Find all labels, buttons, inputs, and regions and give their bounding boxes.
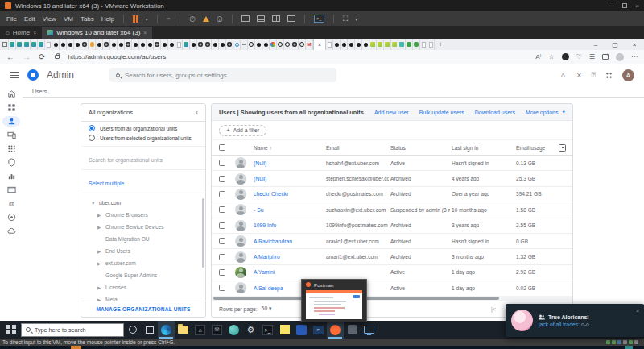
pinned-tab-bell-icon[interactable] (89, 39, 96, 50)
new-tab-button[interactable]: + (435, 39, 446, 50)
sidebar-item-devices[interactable] (2, 130, 20, 140)
pinned-tab-key-icon[interactable] (81, 39, 89, 50)
pinned-tab-leaf-icon[interactable] (391, 39, 398, 50)
pinned-tab-doc-icon[interactable] (175, 39, 183, 50)
org-unit-google-super-admins[interactable]: Google Super Admins (81, 269, 205, 281)
add-new-user-link[interactable]: Add new user (374, 110, 409, 115)
select-multiple-link[interactable]: Select multiple (81, 170, 205, 193)
browser-essentials-icon[interactable]: ♡ (576, 53, 582, 60)
pinned-tab-dot-icon[interactable] (96, 39, 103, 50)
sort-ascending-icon[interactable]: ↑ (269, 145, 271, 151)
more-options-link[interactable]: More options (526, 110, 558, 115)
download-users-link[interactable]: Download users (475, 110, 515, 115)
notifications-bell-icon[interactable]: 🜂 (559, 72, 567, 79)
vmware-menu-file[interactable]: File (6, 15, 17, 23)
org-unit-chrome-browsers[interactable]: ▶Chrome Browsers (81, 209, 205, 221)
table-row[interactable]: (Null)stephen.schlesak@uber.comArchived4… (212, 171, 572, 186)
pinned-tab-dot-icon[interactable] (74, 39, 81, 50)
pinned-tab-dot-icon[interactable] (147, 39, 154, 50)
row-checkbox[interactable] (219, 269, 225, 276)
pinned-tab-dot-icon[interactable] (262, 39, 270, 50)
pinned-tab-key-icon[interactable] (226, 39, 233, 50)
taskbar-icon-powershell[interactable]: > (310, 321, 327, 339)
pinned-tab-gmail-icon[interactable]: M (306, 39, 313, 50)
pinned-tab-sheet-icon[interactable] (9, 39, 16, 50)
pinned-tab-dot-icon[interactable] (139, 39, 147, 50)
taskbar-icon-search-app[interactable] (293, 321, 310, 339)
pinned-tab-dot-icon[interactable] (60, 39, 67, 50)
user-name-link[interactable]: A Sai deepa (254, 285, 283, 291)
discord-notification-toast[interactable]: True Aloricans! jack of all trades: o-o … (506, 304, 644, 337)
pinned-tab-doc-icon[interactable] (427, 39, 435, 50)
caret-right-icon[interactable]: ▶ (97, 285, 102, 290)
vm-device-status-icon[interactable] (629, 340, 633, 344)
pinned-tab-dot-icon[interactable] (333, 39, 341, 50)
address-bar[interactable]: https://admin.google.com/ac/users (68, 53, 166, 60)
pinned-tab-dot-icon[interactable] (110, 39, 118, 50)
vmware-menu-edit[interactable]: Edit (24, 15, 35, 23)
user-name-link[interactable]: checkr Checkr (254, 191, 288, 197)
console-view-button[interactable]: >_ (314, 15, 324, 23)
collections-icon[interactable] (602, 54, 609, 60)
user-name-link[interactable]: (Null) (254, 176, 266, 181)
google-apps-grid-icon[interactable] (605, 72, 613, 79)
pinned-tab-ring-icon[interactable] (277, 39, 284, 50)
pinned-tab-dot-icon[interactable] (348, 39, 355, 50)
pinned-tab-dot-icon[interactable] (118, 39, 125, 50)
org-tree-scrollbar[interactable] (202, 198, 204, 268)
caret-down-icon[interactable]: ▼ (91, 201, 96, 206)
caret-right-icon[interactable]: ▶ (97, 261, 102, 266)
pinned-tab-dot-icon[interactable] (219, 39, 226, 50)
taskbar-icon-edge[interactable] (158, 321, 175, 339)
close-icon[interactable]: × (635, 2, 639, 10)
pinned-tab-sheet-icon[interactable] (183, 39, 190, 50)
manage-org-units-button[interactable]: MANAGE ORGANIZATIONAL UNITS (81, 301, 205, 317)
org-unit-licenses[interactable]: ▶Licenses (81, 281, 205, 293)
power-dropdown-icon[interactable]: ▾ (146, 16, 148, 22)
pinned-tab-lock-icon[interactable] (413, 39, 420, 50)
vm-device-status-icon[interactable] (634, 340, 638, 344)
sidebar-item-storage[interactable] (2, 226, 20, 236)
table-row[interactable]: checkr Checkrcheckr@postmates.comArchive… (212, 187, 572, 202)
close-tab-icon[interactable]: × (143, 30, 147, 35)
org-unit-ext-uber-com[interactable]: ▶ext.uber.com (81, 257, 205, 269)
browser-profile-avatar[interactable] (616, 53, 624, 61)
taskbar-icon-internet[interactable] (225, 321, 242, 339)
start-button[interactable] (5, 323, 18, 336)
vm-device-status-icon[interactable] (612, 340, 616, 344)
vmware-menu-view[interactable]: View (43, 15, 56, 23)
row-checkbox[interactable] (219, 222, 225, 229)
pinned-tab-leaf-icon[interactable] (369, 39, 377, 50)
revert-snapshot-icon[interactable] (203, 16, 209, 22)
rows-per-page-select[interactable]: 50 ▾ (262, 305, 272, 312)
pinned-tab-leaf-icon[interactable] (377, 39, 384, 50)
manage-columns-icon[interactable] (559, 144, 566, 152)
pinned-tab-dot-icon[interactable] (355, 39, 362, 50)
vmware-menu-vm[interactable]: VM (64, 15, 73, 23)
collapse-panel-icon[interactable]: ‹ (196, 109, 198, 116)
pinned-tab-dot-icon[interactable] (161, 39, 168, 50)
caret-right-icon[interactable]: ▶ (97, 249, 102, 254)
sidebar-item-reporting[interactable] (2, 171, 20, 181)
add-filter-button[interactable]: + Add a filter (219, 125, 266, 136)
sidebar-item-billing[interactable] (2, 185, 20, 195)
fullscreen-icon[interactable]: ⛶ (343, 15, 348, 23)
pinned-tab-dot-icon[interactable] (190, 39, 197, 50)
pinned-tab-teal-icon[interactable] (398, 39, 406, 50)
pinned-tab-key-icon[interactable] (291, 39, 299, 50)
pinned-tab-doc-icon[interactable] (326, 39, 333, 50)
taskbar-icon-cortana[interactable] (124, 321, 141, 339)
radio-all-org-units[interactable]: Users from all organizational units (81, 122, 205, 131)
vmware-menu-tabs[interactable]: Tabs (80, 15, 94, 23)
taskbar-icon-terminal[interactable]: >_ (259, 321, 276, 339)
pinned-tab-search-icon[interactable] (233, 39, 241, 50)
pinned-tab-dash-icon[interactable] (241, 39, 248, 50)
restore-icon[interactable]: ▢ (605, 39, 625, 50)
power-pause-button[interactable] (133, 15, 138, 23)
pinned-tab-sheet-icon[interactable] (23, 39, 31, 50)
row-checkbox[interactable] (219, 176, 225, 182)
help-icon[interactable]: ⍰ (592, 72, 596, 79)
close-icon[interactable]: × (636, 308, 639, 314)
user-name-link[interactable]: - Su (254, 207, 263, 213)
user-name-link[interactable]: 1099 Info (254, 222, 276, 228)
